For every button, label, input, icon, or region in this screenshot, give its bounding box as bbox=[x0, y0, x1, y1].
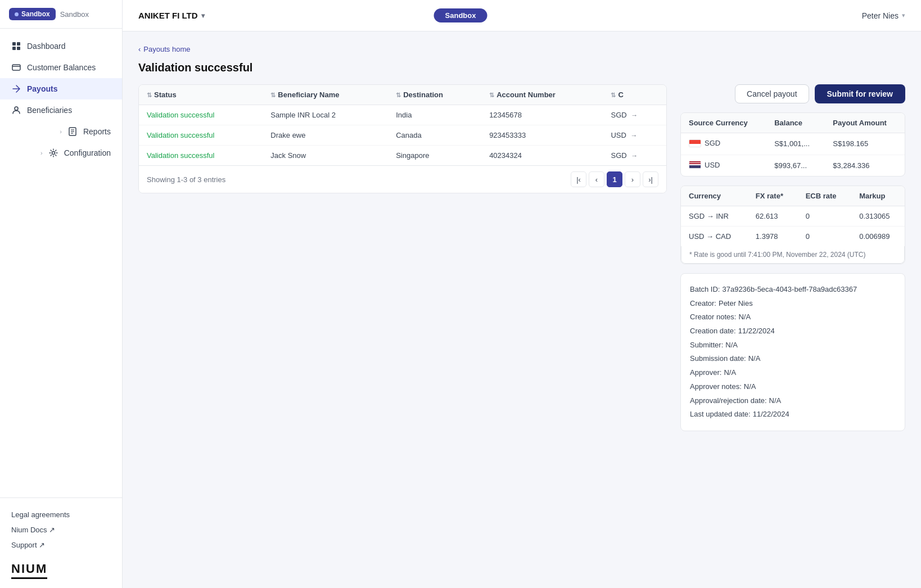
row-status[interactable]: Validation successful bbox=[139, 105, 263, 125]
page-title: Validation successful bbox=[138, 61, 905, 74]
sidebar-item-customer-balances[interactable]: Customer Balances bbox=[0, 57, 122, 78]
user-name: Peter Nies bbox=[862, 11, 899, 20]
cancel-payout-button[interactable]: Cancel payout bbox=[735, 84, 809, 103]
balances-icon bbox=[11, 62, 21, 73]
legal-link[interactable]: Legal agreements bbox=[11, 507, 111, 522]
fx-rate: 1.3978 bbox=[748, 227, 798, 247]
topbar-company[interactable]: ANIKET FI LTD ▾ bbox=[138, 11, 205, 20]
col-status[interactable]: ⇅Status bbox=[139, 85, 263, 105]
row-status[interactable]: Validation successful bbox=[139, 125, 263, 146]
balance-amount: $993,67... bbox=[766, 155, 825, 176]
row-currency: SGD → bbox=[603, 105, 666, 125]
page-1-btn[interactable]: 1 bbox=[607, 171, 622, 187]
sidebar-item-reports[interactable]: › Reports bbox=[0, 121, 122, 142]
svg-rect-2 bbox=[12, 47, 16, 50]
ecb-rate: 0 bbox=[798, 227, 852, 247]
fx-rate-table: Currency FX rate* ECB rate Markup SGD → … bbox=[680, 186, 905, 264]
svg-point-6 bbox=[15, 107, 18, 110]
balance-summary-table: Source Currency Balance Payout Amount SG… bbox=[680, 112, 905, 177]
sidebar-item-beneficiaries[interactable]: Beneficiaries bbox=[0, 99, 122, 121]
markup: 0.313065 bbox=[851, 206, 905, 227]
approver-notes-value: N/A bbox=[744, 380, 756, 394]
row-beneficiary: Jack Snow bbox=[263, 146, 388, 166]
submit-review-button[interactable]: Submit for review bbox=[815, 84, 905, 103]
svg-rect-0 bbox=[12, 42, 16, 46]
sandbox-badge[interactable]: Sandbox bbox=[9, 8, 56, 20]
col-balance: Balance bbox=[766, 113, 825, 133]
table-row: Validation successful Drake ewe Canada 9… bbox=[139, 125, 666, 146]
sidebar-item-configuration[interactable]: › Configuration bbox=[0, 142, 122, 164]
row-destination: Canada bbox=[388, 125, 481, 146]
next-page-btn[interactable]: › bbox=[625, 171, 640, 187]
markup: 0.006989 bbox=[851, 227, 905, 247]
nium-docs-link[interactable]: Nium Docs ↗ bbox=[11, 522, 111, 537]
svg-rect-4 bbox=[12, 65, 20, 70]
prev-page-btn[interactable]: ‹ bbox=[589, 171, 604, 187]
payout-table: ⇅Status ⇅Beneficiary Name ⇅Destination ⇅… bbox=[138, 84, 667, 193]
batch-id-value: 37a9236b-5eca-4043-beff-78a9adc63367 bbox=[722, 283, 857, 297]
support-link[interactable]: Support ↗ bbox=[11, 537, 111, 553]
col-destination[interactable]: ⇅Destination bbox=[388, 85, 481, 105]
last-page-btn[interactable]: ›| bbox=[643, 171, 658, 187]
col-c[interactable]: ⇅C bbox=[603, 85, 666, 105]
row-account: 12345678 bbox=[481, 105, 603, 125]
col-source-currency: Source Currency bbox=[681, 113, 766, 133]
user-chevron: ▾ bbox=[902, 12, 905, 19]
submitter-label: Submitter: bbox=[690, 338, 723, 352]
sandbox-dot bbox=[15, 12, 19, 16]
configuration-label: Configuration bbox=[64, 148, 111, 157]
creator-label: Creator: bbox=[690, 297, 716, 311]
col-beneficiary[interactable]: ⇅Beneficiary Name bbox=[263, 85, 388, 105]
balance-row: USD $993,67... $3,284.336 bbox=[681, 155, 905, 176]
sidebar: Sandbox Sandbox Dashboard bbox=[0, 0, 123, 588]
main-area: ANIKET FI LTD ▾ Sandbox Peter Nies ▾ ‹ P… bbox=[123, 0, 921, 588]
approver-label: Approver: bbox=[690, 366, 721, 380]
row-beneficiary: Drake ewe bbox=[263, 125, 388, 146]
beneficiaries-icon bbox=[11, 105, 21, 115]
fx-rate: 62.613 bbox=[748, 206, 798, 227]
svg-rect-1 bbox=[17, 42, 20, 46]
fx-currency-pair: USD → CAD bbox=[681, 227, 748, 247]
balance-currency: SGD bbox=[681, 133, 766, 155]
balance-amount: S$1,001,... bbox=[766, 133, 825, 155]
showing-text: Showing 1-3 of 3 entries bbox=[147, 175, 225, 184]
row-account: 923453333 bbox=[481, 125, 603, 146]
payouts-icon bbox=[11, 84, 21, 94]
creation-date-label: Creation date: bbox=[690, 324, 736, 338]
sandbox-label: Sandbox bbox=[60, 10, 89, 19]
company-name: ANIKET FI LTD bbox=[138, 11, 198, 20]
topbar-user[interactable]: Peter Nies ▾ bbox=[862, 11, 905, 20]
sidebar-bottom: Legal agreements Nium Docs ↗ Support ↗ N… bbox=[0, 497, 122, 588]
sidebar-item-payouts[interactable]: Payouts bbox=[0, 78, 122, 99]
last-updated-label: Last updated date: bbox=[690, 408, 751, 422]
row-destination: Singapore bbox=[388, 146, 481, 166]
row-destination: India bbox=[388, 105, 481, 125]
ecb-rate: 0 bbox=[798, 206, 852, 227]
reports-icon bbox=[67, 126, 78, 137]
sandbox-badge-label: Sandbox bbox=[21, 10, 50, 18]
nium-logo: NIUM bbox=[11, 562, 47, 579]
fx-row: USD → CAD 1.3978 0 0.006989 bbox=[681, 227, 905, 247]
batch-info: Batch ID: 37a9236b-5eca-4043-beff-78a9ad… bbox=[680, 273, 905, 431]
balance-row: SGD S$1,001,... S$198.165 bbox=[681, 133, 905, 155]
submitter-value: N/A bbox=[725, 338, 738, 352]
sidebar-item-dashboard[interactable]: Dashboard bbox=[0, 35, 122, 57]
row-currency: USD → bbox=[603, 125, 666, 146]
col-ecb-rate: ECB rate bbox=[798, 186, 852, 206]
col-account[interactable]: ⇅Account Number bbox=[481, 85, 603, 105]
action-buttons: Cancel payout Submit for review bbox=[680, 84, 905, 103]
table-row: Validation successful Jack Snow Singapor… bbox=[139, 146, 666, 166]
dashboard-icon bbox=[11, 41, 21, 51]
row-status[interactable]: Validation successful bbox=[139, 146, 263, 166]
config-icon bbox=[48, 148, 58, 158]
col-fx-rate: FX rate* bbox=[748, 186, 798, 206]
back-link[interactable]: ‹ Payouts home bbox=[138, 45, 905, 53]
beneficiaries-label: Beneficiaries bbox=[27, 106, 72, 115]
row-currency: SGD → bbox=[603, 146, 666, 166]
page-controls: |‹ ‹ 1 › ›| bbox=[571, 171, 658, 187]
approver-notes-label: Approver notes: bbox=[690, 380, 742, 394]
batch-id-label: Batch ID: bbox=[690, 283, 720, 297]
last-updated-value: 11/22/2024 bbox=[753, 408, 789, 422]
balance-currency: USD bbox=[681, 155, 766, 176]
first-page-btn[interactable]: |‹ bbox=[571, 171, 586, 187]
